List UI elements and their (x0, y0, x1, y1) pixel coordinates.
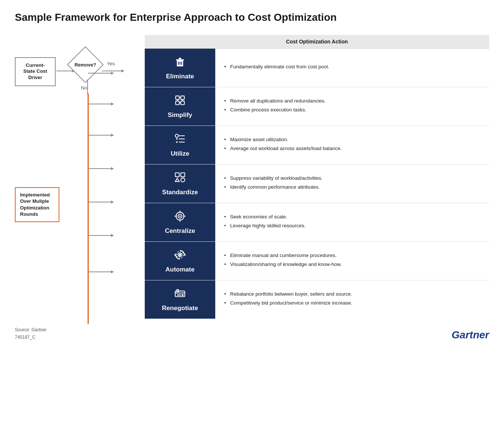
svg-rect-27 (176, 101, 179, 105)
implemented-box: Implemented Over Muliple Optimization Ro… (15, 187, 59, 222)
desc-simplify: Remove all duplications and redundancies… (215, 87, 489, 126)
svg-marker-16 (111, 234, 114, 237)
label-utilize: Utilize (171, 150, 189, 157)
rows-container: Eliminate Fundamentally eliminate cost f… (145, 49, 489, 319)
svg-point-38 (176, 141, 177, 143)
vertical-orange-line (88, 94, 89, 324)
badge-utilize: Utilize (145, 126, 215, 164)
badge-renegotiate: Renegotiate (145, 280, 215, 319)
row-renegotiate: Renegotiate Rebalance portfolio between … (145, 280, 489, 319)
desc-renegotiate-item-1: Rebalance portfolio between buyer, selle… (224, 290, 480, 298)
cost-driver-box: Current-State Cost Driver (15, 57, 56, 87)
desc-centralize-item-1: Seek economies of scale. (224, 213, 480, 221)
svg-marker-12 (111, 167, 114, 170)
row-centralize: Centralize Seek economies of scale. Leve… (145, 203, 489, 242)
svg-marker-53 (174, 253, 176, 256)
badge-centralize: Centralize (145, 203, 215, 241)
arrow-eliminate (88, 70, 114, 76)
content-area: Current-State Cost Driver Remove? Yes No… (15, 35, 489, 319)
svg-rect-39 (175, 173, 179, 177)
desc-automate-item-2: Visualization/sharing of knowledge and k… (224, 261, 480, 268)
svg-rect-21 (179, 58, 181, 59)
svg-point-37 (176, 138, 177, 139)
svg-line-61 (179, 291, 180, 291)
automate-icon (174, 248, 186, 263)
svg-marker-18 (111, 270, 114, 273)
arrow-renegotiate (88, 269, 114, 275)
desc-eliminate-item-1: Fundamentally eliminate cost from cost p… (224, 63, 480, 71)
source-code: 745187_C (15, 334, 46, 341)
label-automate: Automate (166, 266, 194, 273)
desc-centralize-item-2: Leverage highly skilled resources. (224, 222, 480, 230)
renegotiate-icon (174, 287, 186, 302)
desc-utilize-item-1: Maximize asset utilization. (224, 136, 480, 143)
desc-simplify-item-1: Remove all duplications and redundancies… (224, 97, 480, 105)
svg-marker-14 (111, 201, 114, 204)
row-automate: Automate Eliminate manual and cumbersome… (145, 242, 489, 280)
arrow-automate (88, 232, 114, 238)
svg-marker-6 (111, 72, 114, 75)
yes-label: Yes (107, 61, 115, 66)
svg-point-57 (177, 294, 179, 296)
source-label: Source: Gartner (15, 326, 46, 334)
svg-rect-40 (181, 173, 185, 177)
arrow-centralize (88, 199, 114, 205)
row-utilize: Utilize Maximize asset utilization. Aver… (145, 126, 489, 165)
label-renegotiate: Renegotiate (162, 305, 198, 312)
arrow-standardize (88, 166, 114, 172)
page-title: Sample Framework for Enterprise Approach… (15, 11, 489, 24)
row-standardize: Standardize Suppress variability of work… (145, 165, 489, 203)
svg-point-33 (175, 134, 179, 137)
centralize-icon (174, 210, 186, 224)
arrow-simplify (88, 101, 114, 107)
badge-eliminate: Eliminate (145, 49, 215, 87)
label-standardize: Standardize (162, 189, 198, 196)
row-simplify: Simplify Remove all duplications and red… (145, 87, 489, 126)
desc-standardize: Suppress variability of workload/activit… (215, 165, 489, 203)
svg-marker-3 (121, 69, 124, 72)
cost-header: Cost Optimization Action (145, 35, 489, 49)
source-text: Source: Gartner 745187_C (15, 326, 46, 341)
label-simplify: Simplify (168, 111, 192, 119)
desc-eliminate: Fundamentally eliminate cost from cost p… (215, 49, 489, 87)
footer-area: Source: Gartner 745187_C Gartner (15, 326, 489, 341)
badge-simplify: Simplify (145, 87, 215, 126)
desc-automate-item-1: Eliminate manual and cumbersome procedur… (224, 252, 480, 259)
right-section: Cost Optimization Action (145, 35, 489, 319)
desc-simplify-item-2: Combine process execution tasks. (224, 106, 480, 114)
svg-point-42 (181, 178, 185, 182)
desc-standardize-item-2: Identify common performance attributes. (224, 183, 480, 191)
eliminate-icon (174, 55, 186, 70)
desc-renegotiate-item-2: Competitively bid product/service or min… (224, 299, 480, 307)
desc-standardize-item-1: Suppress variability of workload/activit… (224, 175, 480, 182)
gartner-logo: Gartner (452, 329, 489, 341)
svg-marker-8 (111, 103, 114, 105)
svg-rect-20 (176, 59, 184, 60)
svg-point-58 (179, 294, 181, 296)
svg-point-54 (179, 253, 181, 256)
desc-utilize-item-2: Average out workload across assets/load … (224, 145, 480, 152)
svg-rect-59 (181, 294, 183, 296)
label-eliminate: Eliminate (166, 73, 194, 80)
svg-marker-10 (111, 134, 114, 137)
svg-rect-28 (181, 101, 184, 105)
standardize-icon (174, 171, 186, 186)
arrow-utilize (88, 132, 114, 138)
svg-marker-41 (175, 178, 179, 182)
simplify-icon (174, 94, 186, 108)
svg-rect-25 (176, 96, 179, 100)
badge-automate: Automate (145, 242, 215, 280)
svg-point-49 (179, 215, 181, 217)
utilize-icon (174, 133, 186, 147)
row-eliminate: Eliminate Fundamentally eliminate cost f… (145, 49, 489, 87)
label-centralize: Centralize (165, 227, 195, 235)
desc-renegotiate: Rebalance portfolio between buyer, selle… (215, 280, 489, 319)
badge-standardize: Standardize (145, 165, 215, 203)
diamond-label: Remove? (75, 62, 96, 67)
svg-rect-26 (181, 96, 184, 100)
desc-centralize: Seek economies of scale. Leverage highly… (215, 203, 489, 241)
svg-marker-52 (184, 253, 186, 256)
desc-automate: Eliminate manual and cumbersome procedur… (215, 242, 489, 280)
desc-utilize: Maximize asset utilization. Average out … (215, 126, 489, 164)
